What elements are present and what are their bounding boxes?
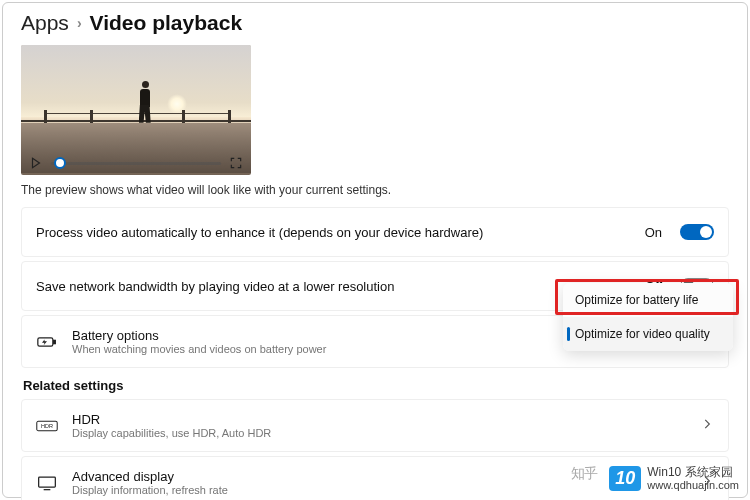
- zhihu-watermark: 知乎: [571, 465, 597, 483]
- related-subtitle: Display capabilities, use HDR, Auto HDR: [72, 427, 686, 439]
- chevron-right-icon: [700, 417, 714, 435]
- related-subtitle: Display information, refresh rate: [72, 484, 686, 496]
- hdr-icon: HDR: [36, 419, 58, 433]
- setting-label: Process video automatically to enhance i…: [36, 225, 631, 240]
- preview-caption: The preview shows what video will look l…: [21, 183, 729, 197]
- play-icon[interactable]: [29, 156, 43, 170]
- battery-options-dropdown: Optimize for battery life Optimize for v…: [563, 283, 733, 351]
- watermark-line2: www.qdhuajin.com: [647, 479, 739, 491]
- related-title: HDR: [72, 412, 686, 427]
- dropdown-option-video-quality[interactable]: Optimize for video quality: [563, 317, 733, 351]
- video-seek-thumb[interactable]: [54, 157, 66, 169]
- video-controls: [21, 151, 251, 175]
- video-preview[interactable]: [21, 45, 251, 175]
- dropdown-option-battery-life[interactable]: Optimize for battery life: [563, 283, 733, 317]
- svg-rect-5: [39, 477, 56, 487]
- toggle-state-text: On: [645, 225, 662, 240]
- video-seek-slider[interactable]: [51, 162, 221, 165]
- display-icon: [36, 475, 58, 491]
- watermark-badge: 10: [609, 466, 641, 491]
- site-watermark: 10 Win10 系统家园 www.qdhuajin.com: [609, 466, 739, 491]
- svg-rect-2: [54, 340, 56, 343]
- fullscreen-icon[interactable]: [229, 156, 243, 170]
- breadcrumb: Apps › Video playback: [21, 11, 729, 35]
- related-settings-heading: Related settings: [23, 378, 729, 393]
- toggle-switch[interactable]: [680, 224, 714, 240]
- breadcrumb-parent[interactable]: Apps: [21, 11, 69, 35]
- video-thumbnail-figure: [134, 79, 156, 129]
- chevron-right-icon: ›: [77, 15, 82, 31]
- setting-label: Save network bandwidth by playing video …: [36, 279, 631, 294]
- battery-icon: [36, 335, 58, 349]
- svg-marker-0: [33, 158, 40, 167]
- watermark-line1: Win10 系统家园: [647, 466, 739, 479]
- related-hdr[interactable]: HDR HDR Display capabilities, use HDR, A…: [21, 399, 729, 452]
- page-title: Video playback: [90, 11, 243, 35]
- svg-text:HDR: HDR: [41, 423, 53, 429]
- setting-process-video[interactable]: Process video automatically to enhance i…: [21, 207, 729, 257]
